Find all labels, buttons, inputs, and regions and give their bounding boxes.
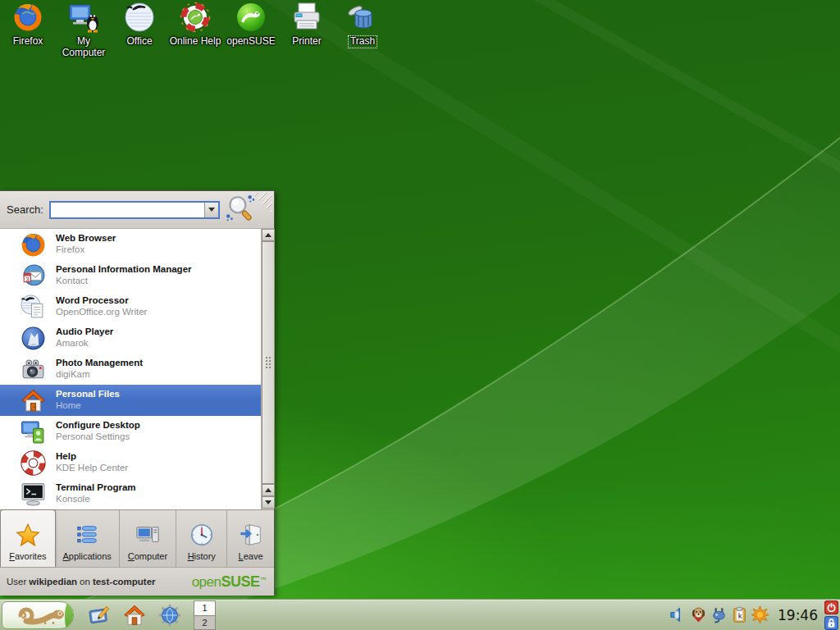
logout-icon[interactable]	[824, 600, 838, 614]
star-icon	[16, 523, 40, 547]
suse-gecko-icon	[7, 604, 68, 627]
desktop-icon-online-help[interactable]: Online Help	[167, 0, 223, 59]
help-icon	[20, 450, 47, 477]
software-updater-icon[interactable]	[750, 605, 769, 625]
combobox-dropdown-arrow[interactable]	[204, 203, 218, 217]
menu-item-configure-desktop[interactable]: Configure DesktopPersonal Settings	[0, 416, 274, 447]
svg-text:k: k	[737, 612, 742, 620]
menu-item-personal-information-manager[interactable]: 3 Personal Information ManagerKontact	[0, 260, 274, 291]
menu-item-title: Personal Files	[56, 389, 120, 400]
tab-label: Computer	[128, 551, 167, 561]
tab-favorites[interactable]: Favorites	[0, 509, 56, 567]
kickoff-footer: Userwikipedianontest-computer openSUSE™	[0, 567, 274, 596]
settings-icon	[20, 418, 47, 445]
menu-item-title: Terminal Program	[56, 482, 136, 494]
menu-item-help[interactable]: HelpKDE Help Center	[0, 447, 274, 478]
menu-item-title: Web Browser	[56, 233, 116, 244]
online-help-icon	[178, 0, 212, 34]
amarok-icon	[20, 325, 47, 352]
desktop-icon-label: Online Help	[168, 36, 223, 48]
menu-item-subtitle: Home	[56, 400, 120, 412]
menu-item-personal-files[interactable]: Personal FilesHome	[0, 385, 274, 416]
menu-item-web-browser[interactable]: Web BrowserFirefox	[0, 229, 274, 260]
digikam-icon	[20, 356, 47, 383]
beagle-search-icon[interactable]	[688, 605, 708, 625]
scrollbar-thumb[interactable]	[262, 241, 275, 484]
logged-in-user-text: Userwikipedianontest-computer	[7, 577, 158, 587]
pager-desktop-2[interactable]: 2	[194, 615, 215, 629]
notes-launcher-icon[interactable]	[86, 602, 112, 628]
desktop-icon-label: My Computer	[56, 36, 112, 59]
scrollbar-up-button[interactable]	[262, 229, 275, 241]
kickoff-launcher-button[interactable]	[2, 601, 74, 629]
opensuse-logo: openSUSE™	[192, 574, 266, 589]
desktop-icon-label: openSUSE	[225, 36, 276, 48]
firefox-icon	[20, 231, 47, 258]
kickoff-tab-bar: Favorites Applications Computer History …	[0, 509, 274, 567]
tab-label: Applications	[63, 551, 112, 561]
scrollbar	[261, 229, 274, 509]
desktop-icon-trash[interactable]: Trash	[335, 0, 390, 59]
desktop-icon-my-computer[interactable]: My Computer	[56, 0, 112, 59]
tab-label: Leave	[239, 551, 263, 561]
leave-door-icon	[239, 523, 263, 547]
search-input[interactable]	[51, 203, 204, 217]
menu-item-audio-player[interactable]: Audio PlayerAmarok	[0, 322, 274, 354]
desktop-icon-office[interactable]: Office	[112, 0, 167, 59]
menu-item-subtitle: OpenOffice.org Writer	[56, 307, 147, 318]
taskbar-clock[interactable]: 19:46	[778, 607, 818, 623]
tab-computer[interactable]: Computer	[120, 510, 177, 567]
kickoff-menu: Search: Web BrowserFirefox 3 Personal In…	[0, 190, 275, 596]
taskbar: 1 2 k 19:46	[0, 599, 840, 630]
menu-item-subtitle: KDE Help Center	[56, 463, 128, 474]
menu-item-title: Photo Management	[56, 358, 143, 369]
menu-item-subtitle: Kontact	[56, 276, 192, 287]
desktop-icon-printer[interactable]: Printer	[279, 0, 335, 59]
konsole-icon	[20, 481, 47, 508]
desktop-icon-label: Printer	[290, 36, 322, 48]
search-combobox	[49, 201, 220, 219]
power-plug-icon[interactable]	[709, 605, 728, 625]
kickoff-search-bar: Search:	[0, 191, 274, 229]
menu-item-title: Audio Player	[56, 326, 113, 338]
pager-desktop-1[interactable]: 1	[194, 601, 215, 615]
menu-item-terminal-program[interactable]: Terminal ProgramKonsole	[0, 478, 274, 509]
scrollbar-up-button-bottom[interactable]	[262, 484, 275, 496]
desktop-icon-firefox[interactable]: Firefox	[0, 0, 56, 59]
menu-item-photo-management[interactable]: Photo ManagementdigiKam	[0, 354, 274, 385]
search-magnifier-icon[interactable]	[225, 193, 256, 227]
scrollbar-down-button[interactable]	[262, 496, 275, 509]
konqueror-launcher-icon[interactable]	[157, 602, 183, 628]
kickoff-favorites-list: Web BrowserFirefox 3 Personal Informatio…	[0, 229, 274, 509]
tab-leave[interactable]: Leave	[227, 510, 274, 567]
menu-item-title: Personal Information Manager	[56, 264, 192, 276]
search-label: Search:	[7, 203, 43, 216]
firefox-icon	[11, 0, 45, 34]
desktop-icon-opensuse[interactable]: openSUSE	[223, 0, 279, 59]
desktop-icon-label: Trash	[349, 36, 377, 48]
menu-item-subtitle: Firefox	[56, 244, 116, 256]
svg-text:3: 3	[25, 275, 29, 282]
volume-icon[interactable]	[668, 605, 687, 625]
session-buttons	[824, 600, 838, 630]
desktop-icon-row: Firefox My Computer Office Online Help o…	[0, 0, 390, 59]
menu-item-subtitle: Amarok	[56, 338, 113, 349]
menu-item-word-processor[interactable]: Word ProcessorOpenOffice.org Writer	[0, 291, 274, 322]
writer-icon	[20, 294, 47, 321]
tab-history[interactable]: History	[176, 510, 227, 567]
tab-label: History	[188, 551, 216, 561]
menu-item-title: Help	[56, 451, 128, 463]
trash-icon	[345, 0, 380, 34]
history-clock-icon	[189, 523, 214, 547]
applications-list-icon	[75, 523, 99, 547]
tab-applications[interactable]: Applications	[56, 510, 120, 567]
printer-icon	[290, 0, 324, 34]
tab-label: Favorites	[9, 551, 46, 561]
klipper-icon[interactable]: k	[729, 605, 749, 625]
my-computer-icon	[66, 0, 101, 34]
home-icon	[20, 387, 47, 414]
home-folder-launcher-icon[interactable]	[121, 602, 148, 628]
menu-item-subtitle: digiKam	[56, 369, 143, 381]
menu-item-subtitle: Konsole	[56, 494, 136, 505]
lock-icon[interactable]	[824, 616, 838, 630]
